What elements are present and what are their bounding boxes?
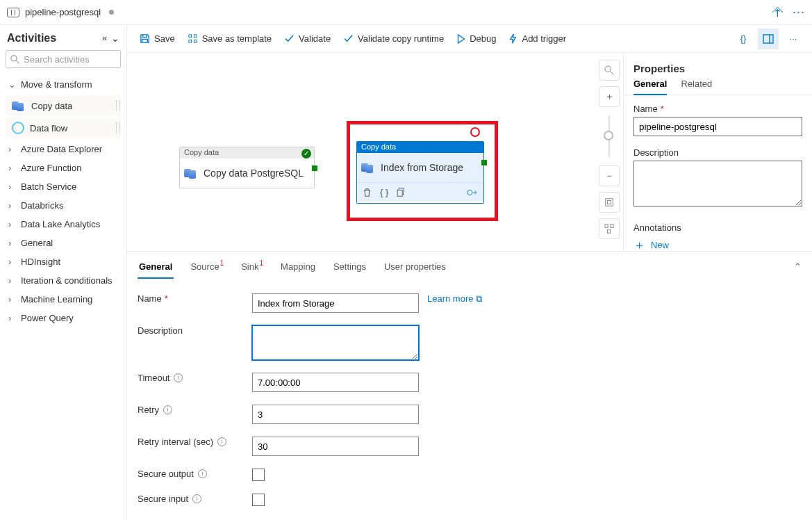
detail-tab-sink[interactable]: Sink1 xyxy=(240,261,264,272)
expand-icon[interactable]: ⇱ xyxy=(770,6,784,19)
detail-tab-source[interactable]: Source1 xyxy=(189,261,224,272)
properties-toggle-icon[interactable] xyxy=(758,29,779,49)
svg-rect-3 xyxy=(194,35,197,38)
prop-name-label: Name* xyxy=(633,104,802,114)
form-desc-label: Description xyxy=(138,325,252,336)
info-icon[interactable]: i xyxy=(198,469,207,478)
detail-tab-settings[interactable]: Settings xyxy=(332,261,367,272)
form-name-input[interactable] xyxy=(252,293,419,313)
data-flow-icon xyxy=(12,122,24,134)
category-item[interactable]: ›Iteration & conditionals xyxy=(3,271,124,290)
form-desc-input[interactable] xyxy=(252,325,419,360)
add-trigger-button[interactable]: Add trigger xyxy=(504,31,570,47)
delete-icon[interactable] xyxy=(363,188,372,197)
node-index-from-storage[interactable]: Copy data Index from Storage { } xyxy=(356,141,484,204)
category-item[interactable]: ›Data Lake Analytics xyxy=(3,215,124,234)
panel-settings-icon[interactable]: ⌄ xyxy=(111,33,119,44)
prop-name-input[interactable] xyxy=(633,117,802,136)
properties-heading: Properties xyxy=(633,63,802,74)
more-icon[interactable]: ··· xyxy=(793,5,805,19)
clone-icon[interactable] xyxy=(397,188,406,197)
properties-panel: Properties General Related Name* Descrip… xyxy=(623,53,812,251)
collapse-panel-icon[interactable]: « xyxy=(102,33,107,43)
category-move-transform[interactable]: ⌄Move & transform xyxy=(3,75,124,94)
svg-rect-17 xyxy=(607,230,610,233)
fit-screen-icon[interactable] xyxy=(599,192,620,213)
validate-button[interactable]: Validate xyxy=(280,31,335,47)
debug-button[interactable]: Debug xyxy=(452,31,500,47)
output-connector[interactable] xyxy=(312,165,317,171)
drag-handle-icon[interactable] xyxy=(116,100,120,111)
save-button[interactable]: Save xyxy=(135,31,179,47)
drag-handle-icon[interactable] xyxy=(116,122,120,133)
info-icon[interactable]: i xyxy=(192,494,201,503)
svg-point-10 xyxy=(467,190,472,195)
search-activities-input[interactable]: Search activities xyxy=(6,50,121,68)
category-item[interactable]: ›Batch Service xyxy=(3,177,124,196)
highlight-circle-icon xyxy=(470,127,480,137)
node-label: Index from Storage xyxy=(381,162,463,173)
form-retry-interval-input[interactable] xyxy=(252,437,419,456)
node-label: Copy data PostgreSQL xyxy=(204,168,304,179)
tab-general[interactable]: General xyxy=(633,79,667,95)
form-retry-interval-label: Retry interval (sec) xyxy=(138,437,213,447)
svg-rect-13 xyxy=(606,199,613,206)
secure-output-label: Secure output xyxy=(138,469,194,479)
dirty-indicator-icon xyxy=(109,10,114,15)
zoom-thumb[interactable] xyxy=(604,131,613,140)
activity-copy-data[interactable]: Copy data xyxy=(6,95,121,116)
category-item[interactable]: ›HDInsight xyxy=(3,252,124,271)
svg-rect-15 xyxy=(605,225,608,227)
svg-line-1 xyxy=(16,60,19,63)
output-connector[interactable] xyxy=(481,160,487,165)
svg-rect-2 xyxy=(189,35,192,38)
learn-more-link[interactable]: Learn more ⧉ xyxy=(427,293,482,304)
code-view-icon[interactable]: {} xyxy=(733,29,754,49)
activity-data-flow[interactable]: Data flow xyxy=(6,117,121,138)
secure-output-checkbox[interactable] xyxy=(252,469,265,481)
zoom-search-icon[interactable] xyxy=(599,60,620,81)
svg-rect-6 xyxy=(763,35,773,43)
save-template-button[interactable]: Save as template xyxy=(183,31,276,47)
status-ok-icon: ✓ xyxy=(301,149,311,159)
zoom-slider[interactable] xyxy=(608,115,610,157)
svg-rect-5 xyxy=(194,40,197,42)
zoom-out-button[interactable]: － xyxy=(599,165,620,186)
node-copy-postgresql[interactable]: Copy data Copy data PostgreSQL ✓ xyxy=(179,147,315,188)
detail-tab-mapping[interactable]: Mapping xyxy=(279,261,317,272)
node-toolbar: { } xyxy=(357,182,483,202)
search-icon xyxy=(10,55,19,64)
svg-rect-4 xyxy=(189,40,192,42)
category-item[interactable]: ›General xyxy=(3,234,124,252)
form-timeout-label: Timeout xyxy=(138,373,169,383)
main-toolbar: Save Save as template Validate Validate … xyxy=(127,25,812,53)
activity-detail-panel: General Source1 Sink1 Mapping Settings U… xyxy=(127,251,812,520)
form-timeout-input[interactable] xyxy=(252,373,419,392)
category-item[interactable]: ›Power Query xyxy=(3,309,124,327)
svg-point-11 xyxy=(605,66,611,72)
node-type: Copy data xyxy=(357,142,483,153)
info-icon[interactable]: i xyxy=(174,373,183,382)
zoom-in-button[interactable]: ＋ xyxy=(599,86,620,107)
pipeline-canvas[interactable]: Copy data Copy data PostgreSQL ✓ Copy da… xyxy=(127,53,595,251)
run-next-icon[interactable] xyxy=(467,188,478,197)
category-item[interactable]: ›Databricks xyxy=(3,196,124,215)
detail-tab-general[interactable]: General xyxy=(138,261,174,272)
collapse-detail-icon[interactable]: ⌃ xyxy=(794,261,802,272)
prop-desc-input[interactable] xyxy=(633,161,802,206)
autolayout-icon[interactable] xyxy=(599,218,620,239)
svg-point-0 xyxy=(11,55,17,60)
info-icon[interactable]: i xyxy=(217,437,226,446)
toolbar-more-icon[interactable]: ··· xyxy=(783,29,804,49)
form-retry-label: Retry xyxy=(138,405,159,415)
category-item[interactable]: ›Azure Function xyxy=(3,159,124,177)
category-item[interactable]: ›Machine Learning xyxy=(3,290,124,309)
form-retry-input[interactable] xyxy=(252,405,419,424)
info-icon[interactable]: i xyxy=(163,405,172,414)
category-item[interactable]: ›Azure Data Explorer xyxy=(3,140,124,159)
tab-related[interactable]: Related xyxy=(681,79,712,95)
detail-tab-userprops[interactable]: User properties xyxy=(383,261,447,272)
validate-copy-button[interactable]: Validate copy runtime xyxy=(339,31,448,47)
secure-input-checkbox[interactable] xyxy=(252,494,265,506)
code-icon[interactable]: { } xyxy=(380,187,388,197)
